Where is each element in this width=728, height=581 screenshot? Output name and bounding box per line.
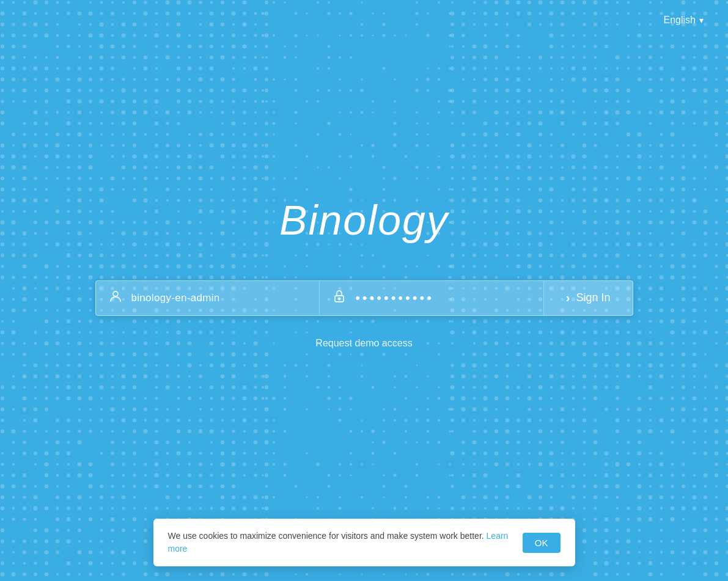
cookie-ok-button[interactable]: OK [523,533,561,553]
signin-button[interactable]: › Sign In [543,280,633,316]
arrow-right-icon: › [566,291,570,305]
signin-label: Sign In [576,291,610,304]
user-icon [108,289,123,307]
username-input[interactable] [131,292,307,304]
svg-point-0 [113,291,118,296]
app-title: Binology [279,196,449,244]
username-field [95,280,320,316]
main-content: Binology › [0,0,728,581]
lock-icon [332,289,347,307]
login-form: › Sign In [95,280,633,316]
cookie-text: We use cookies to maximize convenience f… [168,530,510,555]
language-label: English [664,15,696,26]
cookie-message: We use cookies to maximize convenience f… [168,531,484,541]
password-field [319,280,543,316]
chevron-down-icon: ▾ [699,15,704,25]
password-input[interactable] [355,290,531,306]
svg-point-2 [339,298,340,300]
cookie-banner: We use cookies to maximize convenience f… [153,519,575,566]
language-selector[interactable]: English ▾ [664,15,704,26]
demo-access-link[interactable]: Request demo access [315,338,412,349]
